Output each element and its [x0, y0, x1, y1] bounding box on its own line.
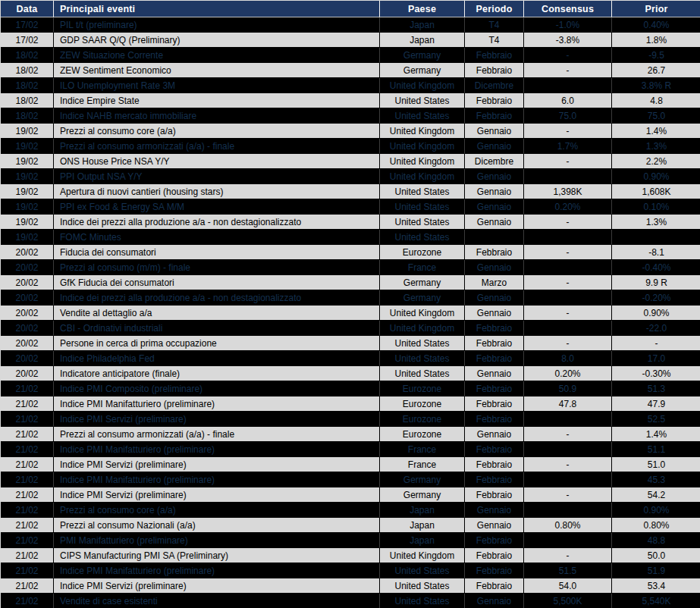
cell-country: Japan [380, 533, 465, 548]
column-header-date: Data [1, 1, 54, 17]
cell-prior: 51.1 [612, 442, 700, 457]
cell-period: Gennaio [465, 124, 524, 139]
table-row: 18/02ILO Unemployment Rate 3MUnited King… [1, 78, 700, 93]
cell-country: Japan [380, 503, 465, 518]
cell-event: FOMC Minutes [54, 230, 380, 245]
cell-country: United States [380, 366, 465, 381]
cell-date: 19/02 [1, 124, 54, 139]
cell-date: 21/02 [1, 472, 54, 487]
cell-consensus: 8.0 [524, 351, 612, 366]
cell-period: Febbraio [465, 533, 524, 548]
cell-prior: 48.8 [612, 533, 700, 548]
cell-period [465, 230, 524, 245]
table-row: 21/02Indice PMI Manifatturiero (prelimin… [1, 472, 700, 487]
cell-country: United Kingdom [380, 78, 465, 93]
cell-prior: 3.8% R [612, 78, 700, 93]
table-row: 20/02Persone in cerca di prima occupazio… [1, 336, 700, 351]
table-row: 18/02Indice Empire StateUnited StatesFeb… [1, 93, 700, 108]
column-header-event: Principali eventi [54, 1, 380, 17]
table-row: 19/02Apertura di nuovi cantieri (housing… [1, 184, 700, 199]
cell-date: 21/02 [1, 518, 54, 533]
cell-event: Indice Empire State [54, 93, 380, 108]
table-row: 20/02Indice Philadelphia FedUnited State… [1, 351, 700, 366]
cell-event: Apertura di nuovi cantieri (housing star… [54, 184, 380, 199]
cell-consensus: 0.20% [524, 366, 612, 381]
cell-prior: 4.8 [612, 93, 700, 108]
cell-consensus: 51.5 [524, 563, 612, 578]
cell-consensus: 0.80% [524, 518, 612, 533]
table-row: 20/02Fiducia dei consumatoriEurozoneFebb… [1, 245, 700, 260]
table-row: 21/02PMI Manifatturiero (preliminare)Jap… [1, 533, 700, 548]
event-table-body: 17/02PIL t/t (preliminare)JapanT4-1.0%0.… [1, 17, 700, 608]
cell-prior: 0.10% [612, 199, 700, 215]
cell-period: Febbraio [465, 245, 524, 260]
cell-consensus: - [524, 245, 612, 260]
cell-consensus: 6.0 [524, 93, 612, 108]
cell-event: ZEW Sentiment Economico [54, 63, 380, 78]
cell-event: Prezzi al consumo armonizzati (a/a) - fi… [54, 139, 380, 154]
cell-date: 18/02 [1, 93, 54, 108]
cell-period: Febbraio [465, 412, 524, 427]
cell-date: 20/02 [1, 366, 54, 381]
cell-period: Gennaio [465, 139, 524, 154]
cell-consensus: 0.20% [524, 199, 612, 215]
cell-country: United States [380, 93, 465, 108]
cell-date: 19/02 [1, 199, 54, 215]
cell-date: 21/02 [1, 533, 54, 548]
cell-event: CBI - Ordinativi industriali [54, 321, 380, 336]
cell-prior: 0.40% [612, 17, 700, 33]
cell-date: 19/02 [1, 169, 54, 184]
cell-consensus [524, 503, 612, 518]
cell-period: Gennaio [465, 215, 524, 230]
cell-consensus [524, 290, 612, 306]
cell-consensus [524, 442, 612, 457]
cell-date: 21/02 [1, 442, 54, 457]
cell-prior: 50.0 [612, 548, 700, 563]
cell-period: Gennaio [465, 260, 524, 275]
cell-prior: -0.30% [612, 366, 700, 381]
cell-country: Eurozone [380, 427, 465, 442]
cell-event: Prezzi al consumo Nazionali (a/a) [54, 518, 380, 533]
cell-country: United Kingdom [380, 548, 465, 563]
cell-period: Dicembre [465, 78, 524, 93]
cell-date: 21/02 [1, 548, 54, 563]
cell-event: Indice NAHB mercato immobiliare [54, 108, 380, 124]
cell-period: Gennaio [465, 306, 524, 321]
cell-date: 20/02 [1, 306, 54, 321]
table-row: 20/02GfK Fiducia dei consumatoriGermanyM… [1, 275, 700, 290]
cell-period: Gennaio [465, 594, 524, 608]
table-row: 19/02Prezzi al consumo armonizzati (a/a)… [1, 139, 700, 154]
cell-consensus: - [524, 124, 612, 139]
cell-consensus: - [524, 63, 612, 78]
cell-prior: -0.40% [612, 260, 700, 275]
table-row: 21/02Prezzi al consumo armonizzati (a/a)… [1, 427, 700, 442]
cell-prior: 0.90% [612, 306, 700, 321]
cell-event: Prezzi al consumo core (a/a) [54, 503, 380, 518]
cell-date: 19/02 [1, 154, 54, 169]
cell-prior: 45.3 [612, 472, 700, 487]
cell-period: T4 [465, 33, 524, 48]
cell-consensus: 5,500K [524, 594, 612, 608]
cell-prior: 52.5 [612, 412, 700, 427]
cell-date: 17/02 [1, 33, 54, 48]
cell-period: Febbraio [465, 396, 524, 412]
cell-event: Vendite di case esistenti [54, 594, 380, 608]
cell-country: United Kingdom [380, 306, 465, 321]
cell-country: Eurozone [380, 381, 465, 396]
cell-event: Indice PMI Servizi (preliminare) [54, 487, 380, 503]
cell-country: Germany [380, 472, 465, 487]
cell-period: Febbraio [465, 93, 524, 108]
cell-prior: - [612, 336, 700, 351]
table-row: 18/02ZEW Sentiment EconomicoGermanyFebbr… [1, 63, 700, 78]
cell-event: PPI Output NSA Y/Y [54, 169, 380, 184]
table-row: 20/02Prezzi al consumo (m/m) - finaleFra… [1, 260, 700, 275]
cell-prior: 5,540K [612, 594, 700, 608]
cell-event: ONS House Price NSA Y/Y [54, 154, 380, 169]
table-row: 17/02GDP SAAR Q/Q (Preliminary)JapanT4-3… [1, 33, 700, 48]
table-row: 21/02Indice PMI Servizi (preliminare)Eur… [1, 412, 700, 427]
cell-event: Prezzi al consumo (m/m) - finale [54, 260, 380, 275]
cell-country: United States [380, 336, 465, 351]
table-header-row: Data Principali eventi Paese Periodo Con… [1, 1, 700, 17]
cell-event: PPI ex Food & Energy SA M/M [54, 199, 380, 215]
cell-event: Indice PMI Manifatturiero (preliminare) [54, 442, 380, 457]
